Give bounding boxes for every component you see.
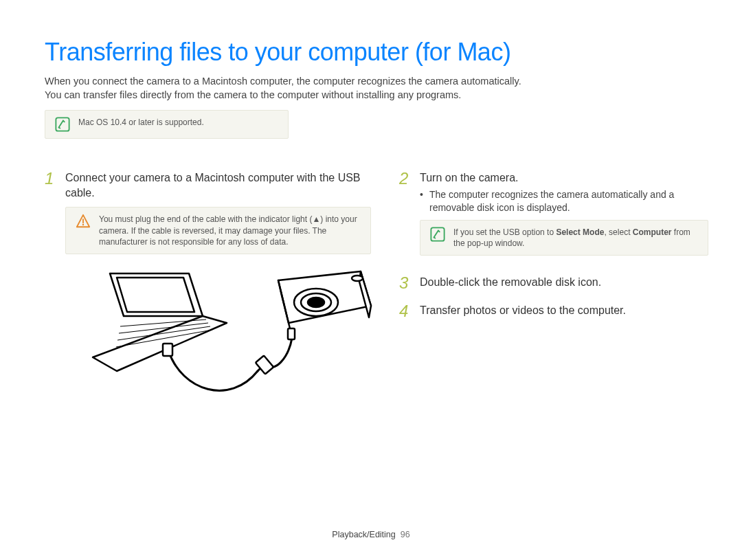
page-footer: Playback/Editing 96 bbox=[0, 530, 742, 539]
step-3-text: Double-click the removable disk icon. bbox=[420, 275, 708, 290]
memo-icon bbox=[430, 227, 445, 242]
step-4: 4 Transfer photos or videos to the compu… bbox=[399, 303, 708, 321]
triangle-up-icon: ▲ bbox=[312, 214, 320, 225]
laptop-icon bbox=[93, 273, 227, 371]
step-2-text: Turn on the camera. bbox=[420, 170, 708, 186]
memo-icon bbox=[55, 117, 70, 132]
step-number: 4 bbox=[399, 303, 410, 321]
select-mode-note: If you set the USB option to Select Mode… bbox=[420, 220, 708, 256]
connection-diagram bbox=[86, 268, 374, 399]
svg-rect-20 bbox=[431, 227, 444, 240]
os-support-note: Mac OS 10.4 or later is supported. bbox=[45, 110, 289, 139]
os-support-text: Mac OS 10.4 or later is supported. bbox=[78, 117, 204, 128]
select-mode-text: If you set the USB option to Select Mode… bbox=[453, 227, 698, 249]
manual-page: Transferring files to your computer (for… bbox=[0, 0, 742, 560]
svg-rect-19 bbox=[288, 328, 295, 339]
svg-marker-4 bbox=[117, 278, 194, 312]
intro-text: When you connect the camera to a Macinto… bbox=[45, 75, 697, 102]
step-number: 1 bbox=[45, 170, 56, 399]
usb-warning-text: You must plug the end of the cable with … bbox=[99, 214, 361, 247]
page-title: Transferring files to your computer (for… bbox=[45, 38, 697, 67]
step-number: 3 bbox=[399, 275, 410, 293]
svg-rect-0 bbox=[56, 118, 69, 131]
step-3: 3 Double-click the removable disk icon. bbox=[399, 275, 708, 293]
right-column: 2 Turn on the camera. The computer recog… bbox=[399, 170, 708, 410]
svg-rect-17 bbox=[163, 344, 172, 356]
content-columns: 1 Connect your camera to a Macintosh com… bbox=[45, 170, 697, 410]
intro-line-1: When you connect the camera to a Macinto… bbox=[45, 76, 521, 87]
warning-icon bbox=[76, 214, 91, 229]
usb-warning-note: You must plug the end of the cable with … bbox=[65, 207, 371, 254]
svg-point-15 bbox=[308, 298, 324, 307]
left-column: 1 Connect your camera to a Macintosh com… bbox=[45, 170, 374, 410]
svg-marker-5 bbox=[93, 316, 227, 371]
step-1-text: Connect your camera to a Macintosh compu… bbox=[65, 170, 374, 200]
footer-page-number: 96 bbox=[401, 530, 410, 539]
step-number: 2 bbox=[399, 170, 410, 256]
step-2: 2 Turn on the camera. The computer recog… bbox=[399, 170, 708, 256]
step-4-text: Transfer photos or videos to the compute… bbox=[420, 303, 708, 318]
svg-point-2 bbox=[82, 224, 84, 225]
camera-icon bbox=[278, 271, 371, 337]
step-1: 1 Connect your camera to a Macintosh com… bbox=[45, 170, 374, 399]
step-2-bullet: The computer recognizes the camera autom… bbox=[420, 188, 708, 214]
svg-point-16 bbox=[352, 276, 363, 281]
footer-section: Playback/Editing bbox=[332, 530, 395, 539]
intro-line-2: You can transfer files directly from the… bbox=[45, 89, 461, 100]
